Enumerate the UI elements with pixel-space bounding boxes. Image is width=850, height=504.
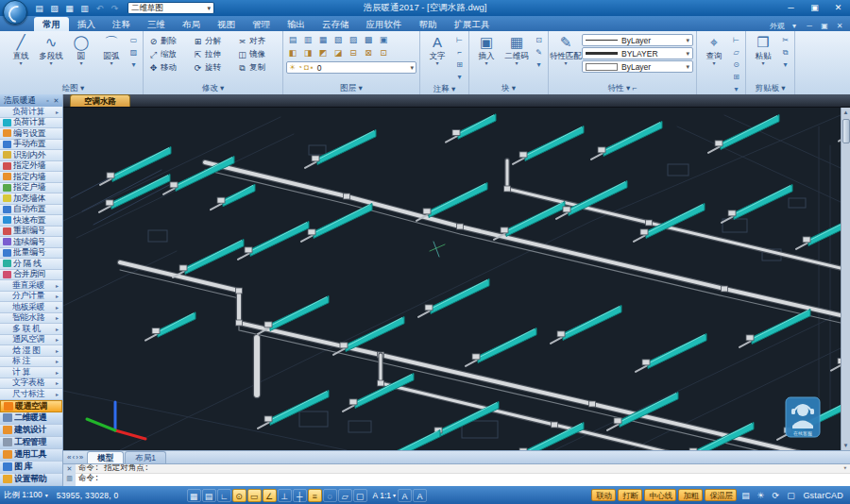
doc-close-icon[interactable]: ✕	[834, 22, 845, 30]
layer-match-icon[interactable]: ▣	[377, 34, 390, 46]
pin-icon[interactable]: ▫	[43, 97, 52, 104]
ribbon-tab-视图[interactable]: 视图	[209, 17, 244, 31]
chevron-down-icon[interactable]: ▾	[789, 22, 800, 30]
layer-prev-icon[interactable]: ⊠	[362, 47, 375, 59]
command-expand-icon[interactable]: ▾	[843, 464, 850, 473]
layer-thaw-icon[interactable]: ◨	[301, 47, 314, 59]
feature-toggle-加粗[interactable]: 加粗	[678, 489, 703, 501]
quick-props-toggle[interactable]: ▱	[338, 489, 352, 502]
panel-label-绘图[interactable]: 绘图 ▾	[7, 82, 140, 94]
ducs-toggle[interactable]: ⊥	[278, 489, 292, 502]
feature-toggle-中心线[interactable]: 中心线	[644, 489, 676, 501]
undo-icon[interactable]: ↶	[93, 2, 107, 15]
layer-on-icon[interactable]: ◩	[316, 47, 330, 59]
distance-icon[interactable]: ⊢	[730, 35, 742, 46]
app-logo-button[interactable]	[3, 0, 27, 25]
grid-toggle[interactable]: ▤	[202, 489, 216, 502]
ortho-toggle[interactable]: ∟	[217, 489, 231, 502]
qrcode-icon[interactable]: ▦二维码▾	[502, 32, 531, 66]
ribbon-tab-应用软件[interactable]: 应用软件	[358, 17, 411, 31]
restore-button[interactable]: ▣	[803, 1, 826, 15]
sidebar-item-暖通空调[interactable]: 暖通空调	[0, 400, 62, 412]
move-icon[interactable]: ✥移动	[146, 61, 191, 75]
dimension-icon[interactable]: ⊢	[453, 35, 466, 46]
measure-icon[interactable]: ⌖查询▾	[700, 32, 728, 66]
sidebar-item-图库[interactable]: 图 库	[0, 462, 62, 474]
annotation-visibility-icon[interactable]: A	[398, 489, 412, 502]
match-properties-icon[interactable]: ✎特性匹配▾	[552, 32, 580, 66]
keyboard-icon[interactable]: ▥	[66, 475, 73, 482]
calculator-icon[interactable]: ⊞	[730, 72, 742, 83]
attach-icon[interactable]: ▾	[533, 59, 545, 71]
bulb-tray-icon[interactable]: ☀	[754, 491, 767, 500]
polar-toggle[interactable]: ⊙	[232, 489, 246, 502]
layer-walk-icon[interactable]: ◧	[286, 47, 299, 59]
rotate-icon[interactable]: ⟳旋转	[191, 61, 235, 75]
panel-label-剪贴板[interactable]: 剪贴板 ▾	[749, 82, 791, 94]
cycle-select-toggle[interactable]: ◌	[323, 489, 337, 502]
chevron-down-icon[interactable]: ▾	[45, 492, 48, 498]
clean-screen-toggle[interactable]: ▢	[353, 489, 367, 502]
doc-minimize-icon[interactable]: ─	[804, 22, 815, 30]
layer-properties-icon[interactable]: ▤	[286, 34, 299, 46]
ribbon-tab-扩展工具[interactable]: 扩展工具	[446, 17, 499, 31]
layout-tab-模型[interactable]: 模型	[87, 451, 124, 463]
ribbon-tab-输出[interactable]: 输出	[279, 17, 314, 31]
panel-label-特性[interactable]: 特性 ▾ ⌐	[552, 82, 693, 94]
minimize-button[interactable]: ─	[779, 1, 803, 15]
command-close-icon[interactable]: ✕	[67, 465, 73, 473]
layer-select[interactable]: ☀◔◘▪0▾	[286, 61, 416, 74]
document-tab[interactable]: 空调水路	[70, 94, 130, 107]
copy-icon[interactable]: ⧉复制	[235, 61, 280, 75]
scroll-down-icon[interactable]: ▼	[843, 441, 849, 450]
hatch-icon[interactable]: ▨	[128, 47, 140, 59]
sidebar-item-通用工具[interactable]: 通用工具	[0, 449, 62, 462]
ribbon-tab-帮助[interactable]: 帮助	[411, 17, 446, 31]
close-icon[interactable]: ✕	[52, 97, 60, 105]
scale-icon[interactable]: ⤢缩放	[146, 48, 191, 61]
feature-toggle-打断[interactable]: 打断	[618, 489, 642, 501]
mirror-icon[interactable]: ◫镜像	[235, 48, 280, 61]
cut-icon[interactable]: ✂	[779, 35, 791, 46]
ribbon-tab-三维[interactable]: 三维	[139, 17, 174, 31]
layer-copy-icon[interactable]: ⊡	[377, 47, 390, 59]
annotation-scale[interactable]: A 1:1	[373, 491, 391, 500]
panel-label-修改[interactable]: 修改 ▾	[146, 82, 280, 94]
panel-label-块[interactable]: 块 ▾	[472, 82, 545, 94]
paste-special-icon[interactable]: ▾	[779, 59, 791, 71]
workspace-select[interactable]: 二维草图 ▾	[128, 2, 214, 14]
leader-icon[interactable]: ⌐	[453, 47, 466, 59]
layout-tab-布局1[interactable]: 布局1	[125, 451, 166, 463]
appearance-menu[interactable]: 外观	[770, 21, 785, 31]
redo-icon[interactable]: ↷	[108, 2, 122, 15]
circle-icon[interactable]: ◯圆▾	[67, 32, 95, 66]
feature-toggle-联动[interactable]: 联动	[591, 489, 616, 501]
lineweight-toggle[interactable]: ≡	[308, 489, 322, 502]
layer-delete-icon[interactable]: ⊟	[347, 47, 360, 59]
open-file-icon[interactable]: ▨	[47, 2, 61, 15]
text-icon[interactable]: A文字▾	[423, 32, 451, 66]
sync-tray-icon[interactable]: ⟳	[769, 491, 782, 500]
vertical-scrollbar[interactable]: ▲ ▼	[841, 108, 850, 450]
doc-restore-icon[interactable]: ▣	[819, 22, 830, 30]
linetype-select[interactable]: ByLayer▾	[582, 34, 693, 46]
more-annotate-icon[interactable]: ▾	[453, 72, 466, 83]
id-point-icon[interactable]: ⊙	[730, 59, 742, 71]
osnap-toggle[interactable]: ▭	[247, 489, 262, 502]
edit-block-icon[interactable]: ✎	[533, 47, 545, 59]
dyn-input-toggle[interactable]: ┼	[293, 489, 307, 502]
sidebar-item-工程管理[interactable]: 工程管理	[0, 437, 62, 449]
panel-label-图层[interactable]: 图层 ▾	[286, 82, 416, 94]
plot-tray-icon[interactable]: ▤	[739, 491, 752, 500]
snap-toggle[interactable]: ▦	[187, 489, 201, 502]
color-select[interactable]: ByLayer▾	[582, 60, 693, 73]
ribbon-tab-常用[interactable]: 常用	[34, 17, 69, 31]
ribbon-tab-管理[interactable]: 管理	[244, 17, 279, 31]
lineweight-select[interactable]: BYLAYER▾	[582, 47, 693, 59]
fullscreen-tray-icon[interactable]: ▢	[784, 491, 797, 500]
area-icon[interactable]: ▱	[730, 47, 742, 59]
sidebar-item-设置帮助[interactable]: 设置帮助	[0, 474, 62, 486]
layer-isolate-icon[interactable]: ▦	[316, 34, 330, 46]
more-tools-icon[interactable]: ▾	[730, 84, 742, 94]
explode-icon[interactable]: ⊞分解	[191, 35, 235, 48]
